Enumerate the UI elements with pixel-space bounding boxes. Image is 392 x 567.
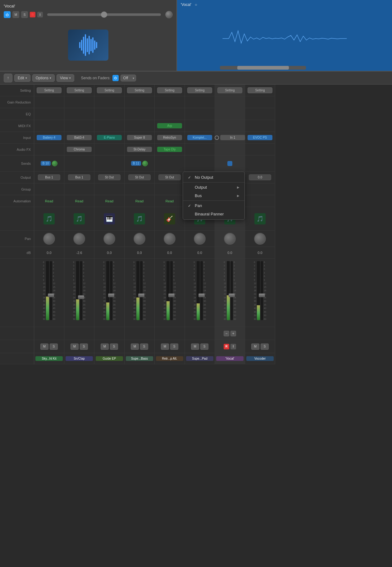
track-name-guideep[interactable]: Guide EP [96, 356, 123, 361]
output-btn-retrp[interactable]: St Out [158, 174, 181, 180]
dropdown-item-bus[interactable]: Bus ▶ [183, 191, 244, 200]
read-btn-skyht[interactable]: Read [45, 199, 53, 203]
track-name-vocoder[interactable]: Vocoder [246, 356, 274, 361]
track-icon-guideep[interactable]: 🎹 [104, 213, 115, 224]
audio-fx-btn-snclap[interactable]: Chroma [67, 147, 92, 152]
track-icon-retrp[interactable]: 🎸 [164, 213, 175, 224]
solo-btn-snclap[interactable]: S [80, 343, 88, 350]
output-btn-guideep[interactable]: St Out [98, 174, 121, 180]
edit-button[interactable]: Edit ▾ [14, 74, 30, 82]
mute-btn-guideep[interactable]: M [101, 343, 109, 350]
dropdown-item-pan[interactable]: ✓ Pan [183, 201, 244, 210]
audio-fx-btn-retrp[interactable]: Tape Dly [157, 147, 182, 152]
pan-knob-guideep[interactable] [103, 233, 115, 245]
back-button[interactable]: ↑ [4, 74, 12, 82]
pan-knob-snclap[interactable] [73, 233, 85, 245]
track-name-supbass[interactable]: Supe...Bass [126, 356, 153, 361]
plus-btn-vocal[interactable]: + [230, 331, 236, 336]
minus-btn-vocal[interactable]: − [224, 331, 229, 336]
setting-btn-guideep[interactable]: Setting [97, 87, 122, 93]
mute-btn-supepad[interactable]: M [191, 343, 199, 350]
solo-btn-retrp[interactable]: S [170, 343, 178, 350]
mute-button[interactable]: M [12, 11, 19, 18]
mute-btn-retrp[interactable]: M [161, 343, 169, 350]
fader-track-skyht[interactable] [50, 261, 52, 320]
options-button[interactable]: Options ▾ [32, 74, 55, 82]
solo-btn-skyht[interactable]: S [50, 343, 58, 350]
midi-fx-arp-btn[interactable]: Arp [157, 123, 182, 128]
scrollbar[interactable] [220, 66, 306, 70]
pan-knob-vocal[interactable] [224, 233, 236, 245]
solo-button[interactable]: S [21, 11, 28, 18]
output-btn-supbass[interactable]: St Out [128, 174, 151, 180]
track-name-vocal[interactable]: 'Vocal' [216, 356, 244, 361]
fader-handle-vocoder[interactable] [259, 293, 265, 297]
pan-knob-supbass[interactable] [134, 233, 145, 245]
fader-handle-skyht[interactable] [48, 293, 54, 297]
fader-track-snclap[interactable] [80, 261, 82, 320]
volume-fader[interactable] [47, 13, 161, 16]
fader-handle-guideep[interactable] [108, 293, 114, 297]
output-btn-snclap[interactable]: Bus 1 [68, 174, 90, 180]
track-icon-skyht[interactable]: 🎵 [43, 213, 55, 224]
fader-handle-retrp[interactable] [168, 293, 175, 297]
fader-track-vocal[interactable] [230, 261, 233, 320]
solo-btn-supepad[interactable]: S [200, 343, 208, 350]
input-btn-skyht[interactable]: Battery 4 [37, 135, 62, 140]
setting-btn-retrp[interactable]: Setting [157, 87, 182, 93]
solo-btn-supbass[interactable]: S [140, 343, 148, 350]
read-btn-guideep[interactable]: Read [105, 199, 113, 203]
dropdown-item-binaural[interactable]: Binaural Panner [183, 210, 244, 218]
fader-handle-vocal[interactable] [229, 293, 235, 297]
i-btn-vocal[interactable]: I [230, 344, 236, 349]
setting-btn-supepad[interactable]: Setting [187, 87, 212, 93]
r-btn-vocal[interactable]: R [224, 344, 229, 349]
read-btn-supbass[interactable]: Read [135, 199, 144, 203]
output-btn-vocoder[interactable]: 0.0 [249, 174, 271, 180]
pan-knob-skyht[interactable] [43, 233, 55, 245]
setting-btn-vocoder[interactable]: Setting [248, 87, 272, 93]
send-badge-supbass[interactable]: B 11 [131, 161, 141, 166]
fader-handle-snclap[interactable] [78, 295, 84, 299]
setting-btn-snclap[interactable]: Setting [67, 87, 92, 93]
output-btn-skyht[interactable]: Bus 1 [38, 174, 60, 180]
setting-btn-vocal[interactable]: Setting [217, 87, 242, 93]
fader-handle-supbass[interactable] [138, 293, 144, 297]
fader-track-retrp[interactable] [170, 261, 173, 320]
pan-knob-retrp[interactable] [164, 233, 175, 245]
mute-btn-supbass[interactable]: M [131, 343, 139, 350]
audio-fx-btn-supbass[interactable]: St-Delay [127, 147, 152, 152]
solo-btn-vocoder[interactable]: S [261, 343, 269, 350]
view-button[interactable]: View ▾ [57, 74, 74, 82]
track-name-retrp[interactable]: Retr...p Alt. [156, 356, 183, 361]
track-icon-supbass[interactable]: 🎵 [134, 213, 145, 224]
track-name-snclap[interactable]: Sn/Clap [66, 356, 93, 361]
input-btn-supbass[interactable]: Super 8 [127, 135, 152, 140]
read-btn-retrp[interactable]: Read [166, 199, 174, 203]
fader-handle-supepad[interactable] [198, 293, 205, 297]
setting-btn-supbass[interactable]: Setting [127, 87, 152, 93]
dropdown-item-output[interactable]: Output ▶ [183, 183, 244, 191]
mute-btn-skyht[interactable]: M [40, 343, 48, 350]
r-button[interactable]: R [30, 12, 35, 17]
sends-power-button[interactable]: ⏻ [112, 75, 119, 81]
send-knob-supbass[interactable] [142, 161, 148, 166]
read-btn-snclap[interactable]: Read [75, 199, 83, 203]
input-btn-vocoder[interactable]: EVOC PS [248, 135, 272, 140]
track-name-skyht[interactable]: Sky...ht Kit [35, 356, 63, 361]
input-btn-guideep[interactable]: E-Piano [97, 135, 122, 140]
sends-dropdown[interactable]: Off [121, 75, 136, 81]
track-icon-vocoder[interactable]: 🎵 [254, 213, 266, 224]
fader-track-supepad[interactable] [200, 261, 203, 320]
track-icon-snclap[interactable]: 🎵 [74, 213, 85, 224]
pan-knob-vocoder[interactable] [254, 233, 266, 245]
fader-track-vocoder[interactable] [261, 261, 263, 320]
input-btn-supepad[interactable]: Komplet... [187, 135, 212, 140]
input-btn-retrp[interactable]: RetroSyn [157, 135, 182, 140]
send-badge-skyht[interactable]: B 10 [41, 161, 51, 166]
input-btn-vocal[interactable]: In 1 [220, 135, 245, 140]
track-name-supepad[interactable]: Supe...Pad [186, 356, 213, 361]
i-button[interactable]: I [37, 12, 43, 17]
mute-btn-vocoder[interactable]: M [251, 343, 259, 350]
send-knob-skyht[interactable] [52, 161, 57, 166]
